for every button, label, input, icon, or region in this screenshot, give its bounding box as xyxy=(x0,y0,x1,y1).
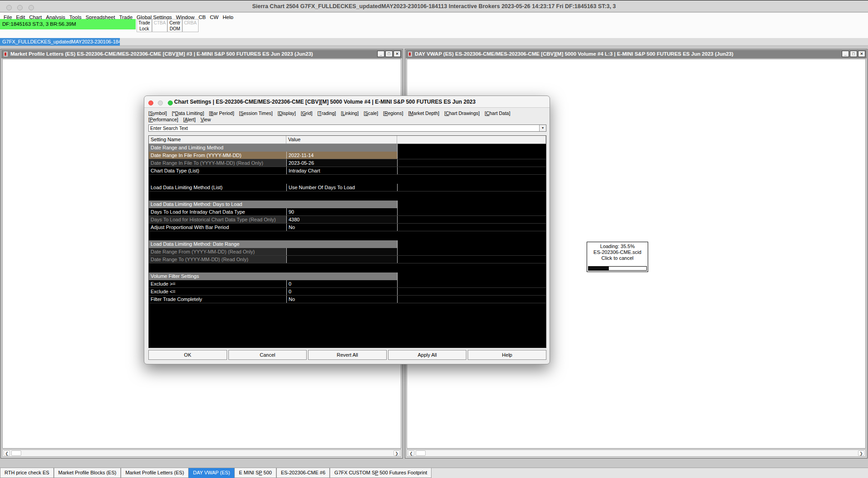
table-row-chart-data-type-list[interactable]: Chart Data Type (List)Intraday Chart xyxy=(149,167,546,175)
ok-button[interactable]: OK xyxy=(148,350,227,360)
dialog-menu-bar-period[interactable]: [Bar Period] xyxy=(209,110,234,116)
table-row-exclude[interactable]: Exclude <=0 xyxy=(149,288,546,296)
loading-popup[interactable]: Loading: 35.5% ES-202306-CME.scid Click … xyxy=(587,242,648,272)
scroll-right-icon[interactable]: ❯ xyxy=(858,450,864,456)
dialog-titlebar[interactable]: Chart Settings | ES-202306-CME/MES-20230… xyxy=(144,96,550,108)
scroll-right-icon[interactable]: ❯ xyxy=(394,450,400,456)
window-titlebar[interactable]: Market Profile Letters (ES) ES-202306-CM… xyxy=(1,50,402,58)
table-row-exclude[interactable]: Exclude >=0 xyxy=(149,280,546,288)
dialog-menu-regions[interactable]: [Regions] xyxy=(383,110,403,116)
setting-value[interactable]: 0 xyxy=(286,288,397,295)
dialog-menu-chart-drawings[interactable]: [Chart Drawings] xyxy=(444,110,479,116)
section-header-label: Load Data Limiting Method: Date Range xyxy=(149,240,397,248)
cancel-button[interactable]: Cancel xyxy=(228,350,307,360)
menu-chart[interactable]: Chart xyxy=(29,14,42,19)
table-row-date-range-in-file-from-yyyy-mm-dd[interactable]: Date Range In File From (YYYY-MM-DD)2022… xyxy=(149,152,546,159)
table-row-load-data-limiting-method-list[interactable]: Load Data Limiting Method (List)Use Numb… xyxy=(149,184,546,191)
setting-value[interactable]: Use Number Of Days To Load xyxy=(286,184,397,191)
setting-value[interactable] xyxy=(286,256,397,263)
row-filler xyxy=(397,144,546,152)
close-icon[interactable]: ✕ xyxy=(394,51,401,57)
dialog-menu-alert[interactable]: [Alert] xyxy=(183,117,195,122)
loading-filename: ES-202306-CME.scid xyxy=(587,249,648,255)
toolbar-button-centr-dom[interactable]: Centr DOM xyxy=(167,19,182,32)
table-row-load-data-limiting-method-date-range[interactable]: Load Data Limiting Method: Date Range xyxy=(149,240,546,248)
minimize-icon[interactable] xyxy=(158,100,163,105)
dialog-menu-grid[interactable]: [Grid] xyxy=(301,110,313,116)
scroll-left-icon[interactable]: ❮ xyxy=(4,450,10,456)
close-icon[interactable] xyxy=(148,100,153,105)
dialog-menu-linking[interactable]: [Linking] xyxy=(341,110,359,116)
dialog-menu-view[interactable]: View xyxy=(200,117,211,122)
setting-value[interactable]: 0 xyxy=(286,280,397,287)
setting-value[interactable]: No xyxy=(286,296,397,303)
menu-global-settings[interactable]: Global Settings xyxy=(137,14,172,19)
dialog-menu-market-depth[interactable]: [Market Depth] xyxy=(408,110,439,116)
chart-tab-e-mini-sp-500[interactable]: E MINI SP 500 xyxy=(234,468,276,478)
window-titlebar[interactable]: DAY VWAP (ES) ES-202306-CME/MES-202306-C… xyxy=(406,50,867,58)
table-row-date-range-to-yyyy-mm-dd-read-only[interactable]: Date Range To (YYYY-MM-DD) (Read Only) xyxy=(149,256,546,263)
table-row-days-to-load-for-intraday-chart-data-type[interactable]: Days To Load for Intraday Chart Data Typ… xyxy=(149,208,546,216)
horizontal-scrollbar[interactable]: ❮ ❯ xyxy=(407,449,866,457)
menu-spreadsheet[interactable]: Spreadsheet xyxy=(85,14,115,19)
setting-value[interactable]: 4380 xyxy=(286,216,397,223)
scrollbar-thumb[interactable] xyxy=(416,450,426,456)
table-row-filter-trade-completely[interactable]: Filter Trade CompletelyNo xyxy=(149,296,546,303)
chart-tab-g7fx-custom-sp-500-futures-footprint[interactable]: G7FX CUSTOM SP 500 Futures Footprint xyxy=(330,468,432,478)
minimize-icon[interactable]: _ xyxy=(377,51,384,57)
table-row-days-to-load-for-historical-chart-data-type-read-only[interactable]: Days To Load for Historical Chart Data T… xyxy=(149,216,546,224)
menu-cw[interactable]: CW xyxy=(210,14,218,19)
dialog-menu-session-times[interactable]: [Session Times] xyxy=(239,110,273,116)
menu-trade[interactable]: Trade xyxy=(119,14,133,19)
setting-name: Chart Data Type (List) xyxy=(149,167,286,174)
dialog-menu-scale[interactable]: [Scale] xyxy=(364,110,378,116)
dialog-menu-chart-data[interactable]: [Chart Data] xyxy=(484,110,510,116)
apply-all-button[interactable]: Apply All xyxy=(388,350,467,360)
menu-analysis[interactable]: Analysis xyxy=(46,14,66,19)
search-input[interactable]: Enter Search Text xyxy=(148,124,546,132)
menu-file[interactable]: File xyxy=(4,14,12,19)
dialog-menu-performance[interactable]: [Performance] xyxy=(148,117,178,122)
chart-tab-day-vwap-es[interactable]: DAY VWAP (ES) xyxy=(189,468,235,478)
table-row-date-range-from-yyyy-mm-dd-read-only[interactable]: Date Range From (YYYY-MM-DD) (Read Only) xyxy=(149,248,546,256)
scrollbar-thumb[interactable] xyxy=(11,450,21,456)
toolbar-button-trade-lock[interactable]: Trade Lock xyxy=(137,19,152,32)
chart-tab-market-profile-letters-es[interactable]: Market Profile Letters (ES) xyxy=(121,468,189,478)
loading-cancel-hint[interactable]: Click to cancel xyxy=(587,255,648,261)
setting-value[interactable] xyxy=(286,248,397,255)
maximize-icon[interactable]: □ xyxy=(850,51,857,57)
maximize-icon[interactable]: □ xyxy=(385,51,393,57)
setting-value[interactable]: 2023-05-26 xyxy=(286,159,397,167)
close-icon[interactable]: ✕ xyxy=(858,51,865,57)
menu-window[interactable]: Window xyxy=(176,14,194,19)
setting-value[interactable]: Intraday Chart xyxy=(286,167,397,174)
minimize-icon[interactable]: _ xyxy=(842,51,849,57)
chart-tab-rth-price-check-es[interactable]: RTH price check ES xyxy=(0,468,54,478)
menu-help[interactable]: Help xyxy=(223,14,233,19)
table-row-date-range-and-limiting-method[interactable]: Date Range and Limiting Method xyxy=(149,144,546,152)
dialog-menu-display[interactable]: [Display] xyxy=(278,110,296,116)
chart-tab-es-202306-cme-6[interactable]: ES-202306-CME #6 xyxy=(276,468,330,478)
setting-value[interactable]: No xyxy=(286,224,397,231)
help-button[interactable]: Help xyxy=(468,350,546,360)
setting-value[interactable]: 90 xyxy=(286,208,397,215)
menu-cb[interactable]: CB xyxy=(199,14,206,19)
table-row-adjust-proportional-with-bar-period[interactable]: Adjust Proportional With Bar PeriodNo xyxy=(149,224,546,231)
scroll-left-icon[interactable]: ❮ xyxy=(408,450,414,456)
horizontal-scrollbar[interactable]: ❮ ❯ xyxy=(2,449,401,457)
dialog-menu-trading[interactable]: [Trading] xyxy=(318,110,336,116)
zoom-icon[interactable] xyxy=(168,100,173,105)
setting-name: Exclude >= xyxy=(149,280,286,287)
chevron-down-icon[interactable]: ▼ xyxy=(539,125,546,131)
setting-value[interactable]: 2022-11-14 xyxy=(286,152,397,159)
menu-edit[interactable]: Edit xyxy=(16,14,25,19)
dialog-menu-data-limiting[interactable]: [*Data Limiting] xyxy=(172,110,204,116)
table-row-load-data-limiting-method-days-to-load[interactable]: Load Data Limiting Method: Days to Load xyxy=(149,201,546,208)
table-row-date-range-in-file-to-yyyy-mm-dd-read-only[interactable]: Date Range In File To (YYYY-MM-DD) (Read… xyxy=(149,159,546,167)
chart-tab-market-profile-blocks-es[interactable]: Market Profile Blocks (ES) xyxy=(54,468,121,478)
menu-tools[interactable]: Tools xyxy=(69,14,81,19)
chartbook-tab[interactable]: G7FX_FULLDECKES_updatedMAY2023-230106-18… xyxy=(0,38,120,46)
dialog-menu-symbol[interactable]: [Symbol] xyxy=(148,110,167,116)
revert-all-button[interactable]: Revert All xyxy=(308,350,387,360)
table-row-volume-filter-settings[interactable]: Volume Filter Settings xyxy=(149,272,546,280)
